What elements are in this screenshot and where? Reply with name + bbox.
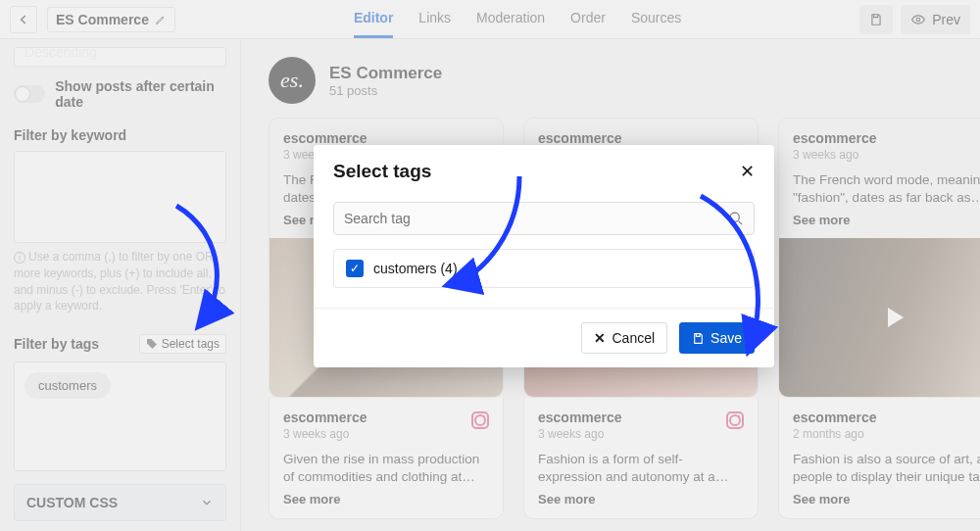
svg-point-1 <box>730 213 739 221</box>
cancel-button[interactable]: ✕ Cancel <box>581 322 667 354</box>
post-excerpt: Fashion is also a source of art, all peo… <box>793 451 980 486</box>
floppy-icon <box>692 332 705 345</box>
eye-icon <box>910 13 926 26</box>
modal-title: Select tags <box>333 161 431 182</box>
post-author: escommerce <box>283 130 489 146</box>
preview-button[interactable]: Prev <box>901 5 970 34</box>
topbar: ES Commerce Editor Links Moderation Orde… <box>0 0 980 39</box>
tag-option-row[interactable]: ✓ customers (4) <box>333 249 755 288</box>
tag-search-row <box>333 202 755 235</box>
filter-tags-label: Filter by tags <box>14 336 99 352</box>
checkbox-checked-icon[interactable]: ✓ <box>346 260 364 277</box>
brand-logo: es. <box>269 57 316 104</box>
post-card[interactable]: escommerce 3 weeks ago Fashion is a form… <box>523 398 759 519</box>
post-card[interactable]: escommerce 3 weeks ago Given the rise in… <box>269 398 504 519</box>
post-time: 3 weeks ago <box>283 427 489 441</box>
post-author: escommerce <box>538 130 744 146</box>
nav-order[interactable]: Order <box>570 0 606 38</box>
post-video-thumb[interactable] <box>779 238 980 397</box>
back-button[interactable] <box>10 6 37 33</box>
see-more-link[interactable]: See more <box>283 492 489 507</box>
close-icon: ✕ <box>594 330 606 346</box>
tags-box[interactable]: customers <box>14 362 226 471</box>
instagram-icon <box>471 411 489 429</box>
tag-icon <box>146 338 158 350</box>
play-icon <box>888 308 904 327</box>
brand-name: ES Commerce <box>329 64 442 83</box>
post-excerpt: Given the rise in mass production of com… <box>283 451 489 486</box>
post-time: 3 weeks ago <box>793 148 980 162</box>
nav-editor[interactable]: Editor <box>354 0 393 38</box>
top-nav: Editor Links Moderation Order Sources <box>354 0 681 38</box>
post-author: escommerce <box>283 410 489 425</box>
info-icon: i <box>14 252 25 264</box>
sort-select-cutoff[interactable]: Descending <box>14 47 226 67</box>
post-card[interactable]: escommerce 3 weeks ago The French word m… <box>778 118 980 398</box>
search-icon <box>728 211 744 226</box>
date-toggle[interactable] <box>14 85 45 103</box>
nav-sources[interactable]: Sources <box>631 0 681 38</box>
save-button[interactable]: Save <box>679 322 755 354</box>
post-count: 51 posts <box>329 83 442 98</box>
post-excerpt: The French word mode, meaning "fashion",… <box>793 171 980 207</box>
select-tags-button[interactable]: Select tags <box>139 334 226 354</box>
select-tags-modal: Select tags ✕ ✓ customers (4) ✕ Cancel S… <box>314 145 774 367</box>
keyword-input[interactable] <box>14 151 226 243</box>
see-more-link[interactable]: See more <box>793 213 980 227</box>
see-more-link[interactable]: See more <box>538 492 744 507</box>
instagram-icon <box>726 411 744 429</box>
close-icon[interactable]: ✕ <box>740 161 755 182</box>
edit-icon <box>155 14 167 25</box>
post-time: 2 months ago <box>793 427 980 441</box>
tag-option-label: customers (4) <box>373 261 458 276</box>
filter-keyword-label: Filter by keyword <box>14 127 226 143</box>
custom-css-panel[interactable]: CUSTOM CSS <box>14 484 226 521</box>
chevron-down-icon <box>200 496 214 509</box>
svg-point-0 <box>916 18 920 22</box>
post-time: 3 weeks ago <box>538 427 744 441</box>
floppy-icon <box>869 13 883 26</box>
post-card[interactable]: escommerce 2 months ago Fashion is also … <box>778 398 980 519</box>
preview-label: Prev <box>932 12 960 27</box>
post-author: escommerce <box>793 410 980 425</box>
keyword-hint: iUse a comma (,) to filter by one OR mor… <box>14 249 226 314</box>
see-more-link[interactable]: See more <box>793 492 980 507</box>
post-author: escommerce <box>793 130 980 146</box>
post-author: escommerce <box>538 410 744 425</box>
selected-tag-pill[interactable]: customers <box>24 372 111 399</box>
nav-moderation[interactable]: Moderation <box>476 0 545 38</box>
save-icon-button[interactable] <box>859 5 893 34</box>
post-excerpt: Fashion is a form of self-expression and… <box>538 451 744 486</box>
nav-links[interactable]: Links <box>418 0 451 38</box>
sidebar: Descending Show posts after certain date… <box>0 39 241 531</box>
date-toggle-label: Show posts after certain date <box>55 78 226 110</box>
tag-search-input[interactable] <box>344 211 728 226</box>
source-title-pill[interactable]: ES Commerce <box>47 7 175 32</box>
source-title: ES Commerce <box>56 12 149 27</box>
